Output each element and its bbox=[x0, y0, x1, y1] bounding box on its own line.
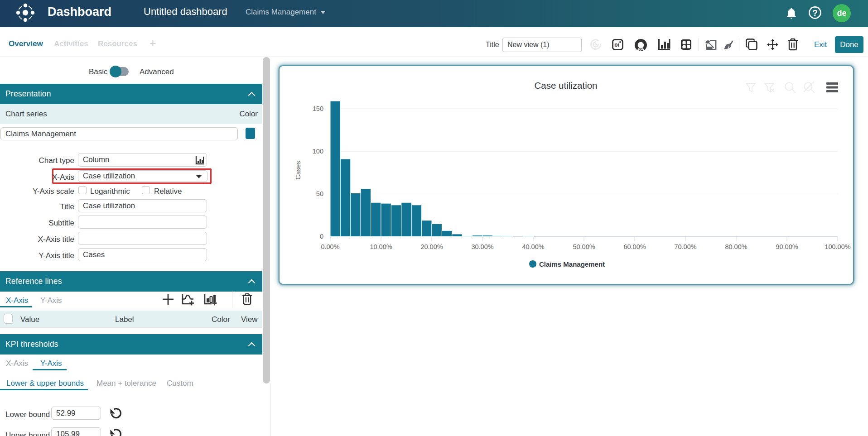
svg-text:90.00%: 90.00% bbox=[776, 243, 798, 250]
svg-text:30.00%: 30.00% bbox=[471, 243, 493, 250]
svg-text:?: ? bbox=[812, 8, 818, 18]
svg-text:50: 50 bbox=[316, 190, 323, 197]
svg-text:oı: oı bbox=[614, 42, 619, 48]
svg-text:100: 100 bbox=[313, 148, 323, 155]
svg-text:0: 0 bbox=[320, 233, 323, 240]
svg-text:40.00%: 40.00% bbox=[522, 243, 544, 250]
svg-text:0.00%: 0.00% bbox=[321, 243, 339, 250]
svg-text:60.00%: 60.00% bbox=[623, 243, 646, 250]
svg-text:80.00%: 80.00% bbox=[725, 243, 747, 250]
svg-text:20.00%: 20.00% bbox=[420, 243, 443, 250]
svg-text:Cases: Cases bbox=[294, 161, 302, 179]
svg-text:Case utilization: Case utilization bbox=[534, 80, 597, 91]
svg-text:50.00%: 50.00% bbox=[573, 243, 595, 250]
svg-text:100.00%: 100.00% bbox=[825, 243, 850, 250]
svg-text:150: 150 bbox=[313, 105, 323, 112]
svg-text:01: 01 bbox=[638, 47, 643, 52]
svg-text:70.00%: 70.00% bbox=[674, 243, 696, 250]
svg-text:Claims Management: Claims Management bbox=[539, 260, 605, 268]
svg-text:10.00%: 10.00% bbox=[370, 243, 392, 250]
